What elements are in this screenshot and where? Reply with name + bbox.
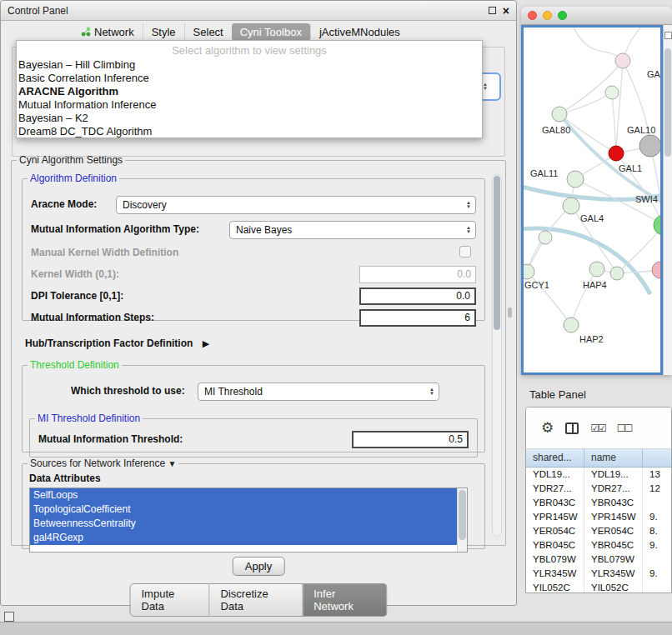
- table-cell: [643, 581, 671, 592]
- table-cell: YBR043C: [526, 496, 584, 510]
- network-scrollbar[interactable]: [663, 25, 672, 375]
- list-item[interactable]: gal4RGexp: [30, 531, 457, 545]
- sources-title: Sources for Network Inference: [30, 458, 165, 469]
- table-cell: YDL19...: [526, 468, 584, 482]
- table-row[interactable]: YPR145WYPR145W9.: [526, 510, 671, 524]
- table-row[interactable]: YLR345WYLR345W9.: [526, 567, 671, 581]
- tab-select[interactable]: Select: [184, 23, 232, 41]
- network-canvas[interactable]: GALGAL80GAL10GAL1GAL11SWI4GAL4GCY1HAP4HA…: [521, 25, 663, 375]
- mi-steps-field[interactable]: 6: [359, 309, 476, 327]
- node-label: HAP4: [583, 280, 607, 290]
- collapse-right-icon[interactable]: ▶: [203, 338, 209, 348]
- node-label: GAL10: [627, 125, 655, 135]
- columns-icon[interactable]: [565, 422, 579, 434]
- network-node[interactable]: [652, 262, 663, 278]
- gear-icon[interactable]: ⚙: [541, 419, 554, 437]
- tab-impute-data[interactable]: Impute Data: [130, 583, 210, 617]
- tab-network[interactable]: Network: [73, 23, 143, 41]
- tab-infer-network[interactable]: Infer Network: [303, 583, 387, 617]
- network-icon: [81, 27, 91, 37]
- network-node[interactable]: [552, 107, 567, 122]
- network-node[interactable]: [564, 318, 579, 332]
- table-row[interactable]: YBL079WYBL079W: [526, 552, 671, 567]
- algorithm-option[interactable]: Basic Correlation Inference: [17, 72, 482, 85]
- network-node[interactable]: [609, 146, 624, 161]
- close-traffic-icon[interactable]: [528, 11, 537, 20]
- table-row[interactable]: YER054CYER054C8.: [526, 524, 671, 538]
- network-node[interactable]: [524, 264, 534, 279]
- table-row[interactable]: YDR27...YDR27...12: [526, 482, 671, 496]
- select-all-checkboxes-icon[interactable]: ☑☑: [590, 422, 605, 434]
- table-cell: YER054C: [584, 524, 643, 538]
- tab-style[interactable]: Style: [143, 23, 184, 41]
- restore-panel-icon[interactable]: [4, 612, 14, 622]
- network-edge[interactable]: [612, 92, 616, 153]
- algorithm-option[interactable]: Dream8 DC_TDC Algorithm: [17, 125, 482, 138]
- tab-label: Cyni Toolbox: [240, 26, 302, 38]
- mi-threshold-definition-group: MI Threshold Definition Mutual Informati…: [29, 412, 478, 458]
- data-attributes-label: Data Attributes: [29, 472, 101, 484]
- algorithm-option[interactable]: Bayesian – K2: [17, 112, 482, 125]
- column-header-shared-name[interactable]: shared...: [526, 449, 584, 467]
- kernel-width-field[interactable]: 0.0: [359, 266, 476, 283]
- network-node[interactable]: [539, 231, 552, 244]
- column-header-extra[interactable]: [643, 449, 671, 467]
- splitter-handle[interactable]: [508, 308, 512, 318]
- which-threshold-select[interactable]: MI Threshold ▲▼: [198, 382, 439, 401]
- network-node[interactable]: [610, 267, 624, 280]
- algorithm-option-selected[interactable]: ARACNE Algorithm: [17, 85, 482, 98]
- aracne-mode-select[interactable]: Discovery ▲▼: [116, 196, 476, 214]
- node-table-body[interactable]: YDL19...YDL19...13YDR27...YDR27...12YBR0…: [526, 468, 671, 592]
- table-row[interactable]: YBR045CYBR045C9.: [526, 538, 671, 552]
- table-row[interactable]: YBR043CYBR043C: [526, 496, 671, 510]
- network-node[interactable]: [563, 198, 579, 214]
- table-row[interactable]: YDL19...YDL19...13: [526, 468, 671, 482]
- float-window-icon[interactable]: [489, 7, 496, 14]
- scrollbar-button-icon[interactable]: [664, 32, 672, 39]
- network-node[interactable]: [605, 86, 619, 99]
- zoom-traffic-icon[interactable]: [558, 11, 567, 20]
- table-cell: YER054C: [526, 524, 584, 538]
- column-header-name[interactable]: name: [584, 449, 643, 467]
- list-item[interactable]: SelfLoops: [30, 488, 457, 502]
- expand-down-icon[interactable]: ▼: [168, 459, 176, 468]
- data-attributes-list[interactable]: SelfLoops TopologicalCoefficient Between…: [29, 488, 468, 552]
- table-cell: YIL052C: [526, 581, 584, 592]
- network-node[interactable]: [615, 53, 630, 68]
- tab-cyni-toolbox[interactable]: Cyni Toolbox: [232, 23, 310, 41]
- algorithm-placeholder-item[interactable]: Select algorithm to view settings: [17, 43, 482, 58]
- network-node[interactable]: [639, 135, 661, 157]
- network-edge[interactable]: [616, 61, 623, 153]
- network-node[interactable]: [654, 215, 663, 235]
- list-scrollbar[interactable]: [457, 488, 467, 552]
- network-node[interactable]: [567, 171, 584, 188]
- network-edge[interactable]: [574, 28, 623, 61]
- dpi-tolerance-field[interactable]: 0.0: [359, 288, 476, 305]
- network-edge[interactable]: [571, 269, 597, 325]
- mi-algorithm-type-select[interactable]: Naive Bayes ▲▼: [229, 221, 476, 239]
- list-item[interactable]: BetweennessCentrality: [30, 517, 457, 531]
- network-window-titlebar[interactable]: [521, 7, 672, 25]
- apply-button[interactable]: Apply: [233, 557, 285, 576]
- mi-threshold-field[interactable]: 0.5: [352, 431, 469, 448]
- tab-jactivemnodules[interactable]: jActiveMNodules: [310, 23, 409, 41]
- tab-discretize-data[interactable]: Discretize Data: [210, 583, 303, 617]
- minimize-traffic-icon[interactable]: [543, 11, 552, 20]
- network-edge[interactable]: [650, 146, 663, 225]
- algorithm-definition-title: Algorithm Definition: [30, 172, 117, 184]
- hub-transcription-factor-section[interactable]: Hub/Transcription Factor Definition ▶: [25, 338, 209, 349]
- close-icon[interactable]: ×: [503, 5, 509, 17]
- table-row[interactable]: YIL052CYIL052C: [526, 581, 671, 592]
- algorithm-option[interactable]: Mutual Information Inference: [17, 98, 482, 112]
- table-cell: YDL19...: [584, 468, 643, 482]
- settings-scrollbar[interactable]: [492, 174, 502, 537]
- algorithm-option[interactable]: Bayesian – Hill Climbing: [17, 58, 482, 72]
- control-panel-titlebar[interactable]: Control Panel ×: [1, 1, 516, 21]
- table-toolbar: ⚙ ☑☑ ☐☐: [526, 408, 671, 449]
- list-item[interactable]: TopologicalCoefficient: [30, 502, 457, 517]
- sources-group: Sources for Network Inference ▼ Data Att…: [22, 458, 485, 549]
- deselect-all-checkboxes-icon[interactable]: ☐☐: [617, 422, 632, 434]
- manual-kernel-width-checkbox[interactable]: [459, 246, 471, 258]
- network-node[interactable]: [589, 262, 604, 277]
- spinner-down-icon: ▼: [483, 87, 488, 91]
